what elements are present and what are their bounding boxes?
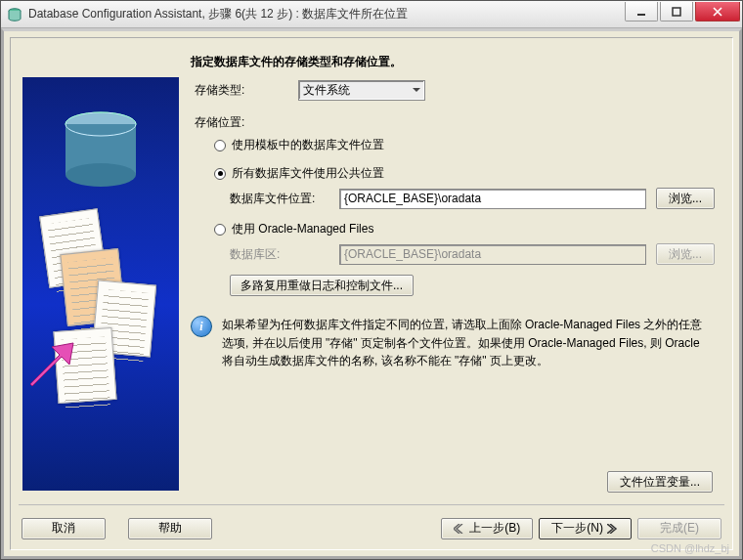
minimize-button[interactable] — [625, 2, 658, 22]
db-area-input — [339, 244, 646, 265]
chevron-left-icon — [454, 524, 465, 534]
radio-use-omf[interactable] — [214, 224, 226, 236]
storage-type-value: 文件系统 — [303, 82, 350, 99]
svg-point-5 — [66, 163, 136, 187]
info-text: 如果希望为任何数据库文件指定不同的位置, 请选取上面除 Oracle-Manag… — [222, 316, 705, 370]
dbca-window: Database Configuration Assistant, 步骤 6(共… — [0, 0, 743, 560]
wizard-footer: 取消 帮助 上一步(B) 下一步(N) 完成(E) — [19, 504, 724, 543]
storage-type-select[interactable]: 文件系统 — [298, 80, 425, 101]
window-controls — [625, 2, 740, 22]
radio-use-common[interactable] — [214, 168, 226, 180]
next-button[interactable]: 下一步(N) — [539, 518, 632, 539]
db-area-label: 数据库区: — [230, 246, 339, 263]
wizard-frame: 指定数据库文件的存储类型和存储位置。 存储类型: 文件系统 存储位置: 使用模板… — [10, 37, 733, 550]
db-file-location-label: 数据库文件位置: — [230, 191, 339, 207]
file-location-vars-button[interactable]: 文件位置变量... — [607, 471, 713, 493]
client-area: 指定数据库文件的存储类型和存储位置。 存储类型: 文件系统 存储位置: 使用模板… — [1, 28, 742, 559]
info-icon: i — [191, 316, 212, 337]
radio-use-template[interactable] — [214, 140, 226, 151]
page-heading: 指定数据库文件的存储类型和存储位置。 — [191, 54, 402, 70]
cancel-button[interactable]: 取消 — [22, 518, 106, 539]
browse-button-2: 浏览... — [656, 243, 715, 265]
db-file-location-input[interactable] — [339, 189, 646, 209]
svg-rect-1 — [637, 14, 645, 16]
app-icon — [7, 7, 22, 22]
radio-use-template-label: 使用模板中的数据库文件位置 — [232, 137, 384, 153]
titlebar: Database Configuration Assistant, 步骤 6(共… — [1, 1, 742, 28]
radio-use-omf-label: 使用 Oracle-Managed Files — [232, 221, 373, 237]
finish-button: 完成(E) — [637, 518, 721, 539]
arrow-icon — [26, 341, 75, 390]
multiplex-button[interactable]: 多路复用重做日志和控制文件... — [230, 275, 414, 296]
info-box: i 如果希望为任何数据库文件指定不同的位置, 请选取上面除 Oracle-Man… — [191, 316, 715, 370]
maximize-button[interactable] — [660, 2, 693, 22]
radio-use-common-label: 所有数据库文件使用公共位置 — [232, 165, 384, 182]
storage-type-label: 存储类型: — [191, 82, 298, 99]
storage-location-label: 存储位置: — [191, 114, 298, 131]
illustration-panel — [22, 77, 179, 491]
content-panel: 指定数据库文件的存储类型和存储位置。 存储类型: 文件系统 存储位置: 使用模板… — [191, 38, 732, 502]
chevron-right-icon — [607, 524, 619, 534]
browse-button-1[interactable]: 浏览... — [656, 188, 715, 209]
close-button[interactable] — [695, 2, 740, 22]
svg-rect-2 — [673, 8, 680, 16]
back-button[interactable]: 上一步(B) — [441, 518, 533, 539]
help-button[interactable]: 帮助 — [128, 518, 212, 539]
